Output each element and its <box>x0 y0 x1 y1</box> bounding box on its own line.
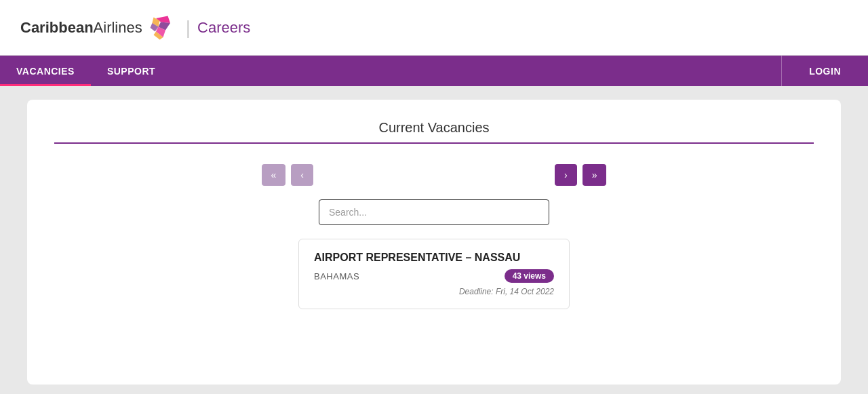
nav-support[interactable]: SUPPORT <box>91 56 172 86</box>
pagination-area: « ‹ › » <box>54 164 814 186</box>
first-page-button[interactable]: « <box>262 164 286 186</box>
main-content: Current Vacancies « ‹ › » AIRPORT REPRES… <box>0 86 868 394</box>
site-header: Caribbean Airlines | Careers <box>0 0 868 56</box>
vacancy-title: AIRPORT REPRESENTATIVE – NASSAU <box>314 252 554 264</box>
first-page-icon: « <box>271 170 277 180</box>
next-page-icon: › <box>564 170 568 180</box>
prev-page-icon: ‹ <box>300 170 304 180</box>
vacancy-card[interactable]: AIRPORT REPRESENTATIVE – NASSAU BAHAMAS … <box>298 239 570 309</box>
logo-caribbean: Caribbean <box>20 19 94 37</box>
prev-page-button[interactable]: ‹ <box>291 164 313 186</box>
last-page-button[interactable]: » <box>583 164 607 186</box>
nav-items: VACANCIES SUPPORT <box>0 56 781 86</box>
vacancy-location: BAHAMAS <box>314 271 359 281</box>
vacancy-deadline: Deadline: Fri, 14 Oct 2022 <box>314 287 554 296</box>
logo-divider: | <box>186 17 191 39</box>
last-page-icon: » <box>592 170 597 180</box>
logo[interactable]: Caribbean Airlines | Careers <box>20 14 250 42</box>
logo-careers: Careers <box>197 19 250 37</box>
nav-login[interactable]: LOGIN <box>781 56 868 86</box>
search-input[interactable] <box>319 199 549 225</box>
section-title: Current Vacancies <box>54 120 814 136</box>
next-page-button[interactable]: › <box>555 164 577 186</box>
title-divider <box>54 142 814 144</box>
content-card: Current Vacancies « ‹ › » AIRPORT REPRES… <box>27 100 841 385</box>
search-container <box>54 199 814 225</box>
nav-bar: VACANCIES SUPPORT LOGIN <box>0 56 868 86</box>
nav-vacancies[interactable]: VACANCIES <box>0 56 91 86</box>
vacancy-bottom-row: BAHAMAS 43 views <box>314 269 554 283</box>
logo-airlines: Airlines <box>94 19 142 37</box>
views-badge: 43 views <box>505 269 554 283</box>
logo-bird-icon <box>146 14 175 42</box>
